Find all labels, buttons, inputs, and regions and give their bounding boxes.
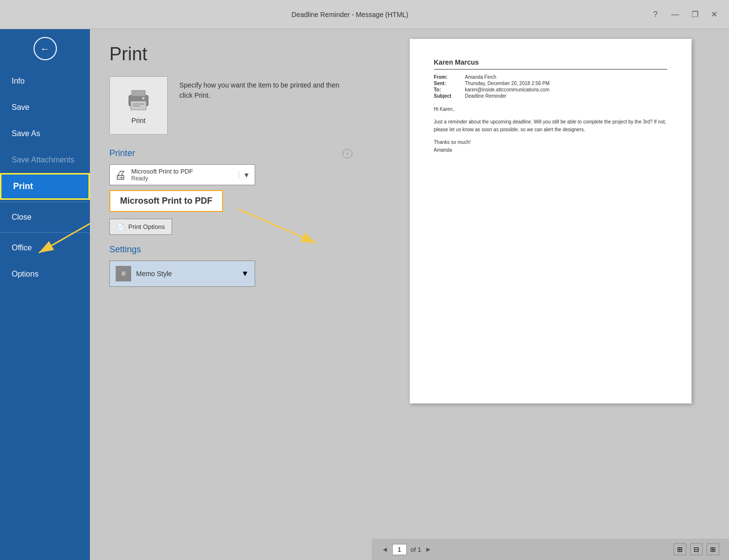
printer-info: Microsoft Print to PDF Ready <box>131 168 239 182</box>
page-nav-left: ◄ of 1 ► <box>382 544 432 555</box>
email-preview-page: Karen Marcus From: Amanda Finch Sent: Th… <box>410 39 692 403</box>
svg-rect-4 <box>133 105 140 106</box>
email-subject-row: Subject Deadline Reminder <box>434 93 667 99</box>
settings-style-icon: ≡ <box>116 266 131 281</box>
print-options-button[interactable]: 📄 Print Options <box>109 219 172 235</box>
sidebar-item-office[interactable]: Office <box>0 235 90 261</box>
maximize-button[interactable]: ❐ <box>688 8 702 21</box>
settings-section: Settings ≡ Memo Style ▼ <box>109 245 352 287</box>
subject-label: Subject <box>434 93 457 99</box>
print-icon-button[interactable]: Print <box>109 76 168 135</box>
settings-style-label: Memo Style <box>136 270 241 278</box>
sidebar: ← Info Save Save As Save Attachments Pri… <box>0 29 90 560</box>
printer-header-label: Printer <box>109 148 135 158</box>
callout-text: Microsoft Print to PDF <box>109 190 223 212</box>
email-body: Hi Karen, Just a reminder about the upco… <box>434 105 667 154</box>
print-sidebar-label: Print <box>13 181 33 192</box>
window-controls: ? — ❐ ✕ <box>653 8 721 21</box>
svg-point-5 <box>142 97 145 100</box>
subject-value: Deadline Reminder <box>465 93 507 99</box>
printer-dropdown[interactable]: 🖨 Microsoft Print to PDF Ready ▼ <box>109 164 255 185</box>
sidebar-item-save-as[interactable]: Save As <box>0 121 90 147</box>
printer-section-header: Printer i <box>109 148 352 158</box>
sidebar-divider-1 <box>0 202 90 202</box>
preview-area: Karen Marcus From: Amanda Finch Sent: Th… <box>372 29 729 539</box>
content-area: Print <box>90 29 729 560</box>
printer-callout: Microsoft Print to PDF <box>109 190 223 212</box>
svg-rect-3 <box>133 104 144 105</box>
email-from-row: From: Amanda Finch <box>434 74 667 80</box>
prev-page-button[interactable]: ◄ <box>382 545 388 553</box>
sent-label: Sent: <box>434 81 457 86</box>
page-nav-right: ⊞ ⊟ ⊞ <box>674 543 719 555</box>
settings-dropdown[interactable]: ≡ Memo Style ▼ <box>109 261 255 287</box>
app-body: ← Info Save Save As Save Attachments Pri… <box>0 29 729 560</box>
back-icon: ← <box>40 43 50 54</box>
sidebar-item-info[interactable]: Info <box>0 68 90 94</box>
printer-dropdown-arrow: ▼ <box>239 171 250 179</box>
preview-column: Karen Marcus From: Amanda Finch Sent: Th… <box>372 29 729 560</box>
to-label: To: <box>434 87 457 92</box>
from-label: From: <box>434 74 457 80</box>
sidebar-item-save-attachments: Save Attachments <box>0 147 90 173</box>
view-grid-button[interactable]: ⊟ <box>690 543 703 555</box>
window-title: Deadline Reminder - Message (HTML) <box>47 11 653 18</box>
printer-dropdown-icon: 🖨 <box>115 168 126 182</box>
back-button[interactable]: ← <box>34 37 57 60</box>
sidebar-divider-2 <box>0 232 90 233</box>
sidebar-item-close[interactable]: Close <box>0 204 90 230</box>
page-of-label: of 1 <box>411 546 421 553</box>
view-single-button[interactable]: ⊞ <box>674 543 686 555</box>
printer-icon <box>125 87 152 114</box>
save-as-label: Save As <box>12 129 40 138</box>
settings-header-label: Settings <box>109 245 141 255</box>
minimize-button[interactable]: — <box>667 8 683 21</box>
close-button[interactable]: ✕ <box>707 8 721 21</box>
title-bar: Deadline Reminder - Message (HTML) ? — ❐… <box>0 0 729 29</box>
print-panel: Print <box>90 29 729 560</box>
print-options-label: Print Options <box>128 223 165 230</box>
print-description: Specify how you want the item to be prin… <box>179 76 352 101</box>
print-title: Print <box>109 44 352 65</box>
options-label: Options <box>12 270 38 279</box>
sent-value: Thursday, December 20, 2018 2:56 PM <box>465 81 550 86</box>
settings-section-header: Settings <box>109 245 352 255</box>
close-label: Close <box>12 213 32 222</box>
email-greeting: Hi Karen, <box>434 105 667 113</box>
email-closing: Thanks so much! Amanda <box>434 139 667 154</box>
save-label: Save <box>12 103 29 112</box>
save-attachments-label: Save Attachments <box>12 156 74 164</box>
info-label: Info <box>12 77 25 86</box>
email-recipient: Karen Marcus <box>434 58 667 70</box>
print-icon-label: Print <box>132 117 146 124</box>
email-body-text: Just a reminder about the upcoming deadl… <box>434 118 667 134</box>
print-options-icon: 📄 <box>117 223 124 230</box>
email-to-row: To: karen@inside.attccommunications.com <box>434 87 667 92</box>
sidebar-nav: Info Save Save As Save Attachments Print… <box>0 68 90 560</box>
printer-name: Microsoft Print to PDF <box>131 168 239 175</box>
help-icon[interactable]: ? <box>653 10 658 19</box>
sidebar-item-options[interactable]: Options <box>0 261 90 287</box>
page-navigation: ◄ of 1 ► ⊞ ⊟ ⊞ <box>372 539 729 560</box>
from-value: Amanda Finch <box>465 74 496 80</box>
sidebar-item-print[interactable]: Print <box>0 173 90 200</box>
sidebar-back: ← <box>0 29 90 68</box>
next-page-button[interactable]: ► <box>425 545 432 553</box>
print-options-panel: Print <box>90 29 372 560</box>
printer-status: Ready <box>131 175 239 182</box>
sidebar-item-save[interactable]: Save <box>0 94 90 121</box>
svg-rect-1 <box>132 90 145 96</box>
office-label: Office <box>12 244 32 252</box>
to-value: karen@inside.attccommunications.com <box>465 87 550 92</box>
printer-info-icon[interactable]: i <box>343 149 352 158</box>
email-meta: From: Amanda Finch Sent: Thursday, Decem… <box>434 74 667 99</box>
page-number-input[interactable] <box>392 544 407 555</box>
email-sent-row: Sent: Thursday, December 20, 2018 2:56 P… <box>434 81 667 86</box>
settings-dropdown-arrow: ▼ <box>241 269 249 278</box>
print-top-section: Print Specify how you want the item to b… <box>109 76 352 135</box>
view-list-button[interactable]: ⊞ <box>707 543 719 555</box>
